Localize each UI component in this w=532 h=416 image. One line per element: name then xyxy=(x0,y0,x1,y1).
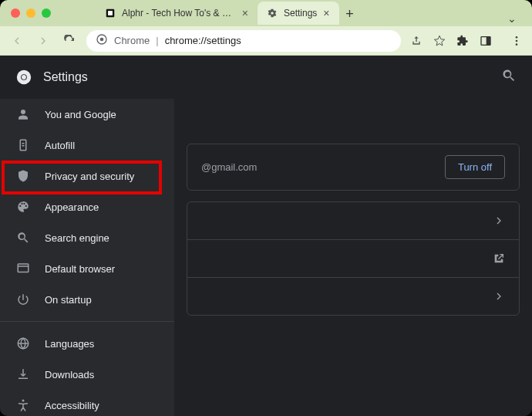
accessibility-icon xyxy=(15,397,31,413)
chrome-logo-icon xyxy=(15,69,32,86)
toolbar-actions xyxy=(409,33,524,49)
forward-button[interactable] xyxy=(34,32,52,50)
chevron-right-icon xyxy=(493,215,505,227)
extensions-icon[interactable] xyxy=(455,33,470,49)
sidebar-item-default-browser[interactable]: Default browser xyxy=(0,253,174,284)
url-scheme: Chrome xyxy=(114,35,150,46)
svg-point-6 xyxy=(516,36,518,39)
sidebar-item-label: Languages xyxy=(45,338,94,350)
power-icon xyxy=(15,292,31,307)
account-email: @gmail.com xyxy=(201,161,433,173)
close-window-icon[interactable] xyxy=(11,8,20,18)
sidebar-item-privacy[interactable]: Privacy and security xyxy=(0,161,174,191)
sidebar-item-autofill[interactable]: Autofill xyxy=(0,130,174,161)
share-icon[interactable] xyxy=(409,33,424,49)
browser-icon xyxy=(15,261,31,276)
open-external-icon xyxy=(493,252,505,265)
sidebar-item-label: Search engine xyxy=(45,232,109,244)
sidebar-item-label: You and Google xyxy=(45,109,116,120)
sidebar-separator xyxy=(0,321,174,322)
chrome-product-icon xyxy=(96,33,108,48)
settings-sidebar[interactable]: You and Google Autofill Privacy and secu… xyxy=(0,99,174,416)
svg-rect-1 xyxy=(108,11,113,15)
download-icon xyxy=(15,367,31,382)
bookmark-star-icon[interactable] xyxy=(432,33,447,49)
sidebar-item-appearance[interactable]: Appearance xyxy=(0,191,174,222)
close-tab-icon[interactable]: × xyxy=(323,7,329,19)
svg-point-3 xyxy=(100,38,104,42)
sidebar-item-label: Default browser xyxy=(45,263,115,275)
clipboard-icon xyxy=(15,137,31,153)
svg-point-15 xyxy=(22,400,25,402)
browser-tab-settings[interactable]: Settings × xyxy=(258,2,339,25)
sidebar-item-accessibility[interactable]: Accessibility xyxy=(0,390,174,416)
app-body: You and Google Autofill Privacy and secu… xyxy=(0,99,532,416)
sidebar-item-search-engine[interactable]: Search engine xyxy=(0,222,174,253)
address-bar[interactable]: Chrome | chrome://settings xyxy=(86,30,401,52)
person-icon xyxy=(15,107,31,122)
tab-title: Alphr - Tech How To's & Guides xyxy=(122,8,236,19)
sidebar-item-label: Downloads xyxy=(45,369,94,380)
tab-title: Settings xyxy=(284,8,317,19)
svg-rect-5 xyxy=(487,36,490,45)
shield-icon xyxy=(15,168,31,184)
tab-favicon xyxy=(105,8,116,19)
sidebar-item-label: Appearance xyxy=(45,201,99,213)
minimize-window-icon[interactable] xyxy=(26,8,35,18)
palette-icon xyxy=(15,199,31,215)
sidebar-item-on-startup[interactable]: On startup xyxy=(0,284,174,315)
browser-tab-alphr[interactable]: Alphr - Tech How To's & Guides × xyxy=(96,2,258,25)
settings-app: Settings You and Google Autofill Privacy… xyxy=(0,56,532,416)
side-panel-icon[interactable] xyxy=(478,33,493,49)
settings-main[interactable]: @gmail.com Turn off xyxy=(174,99,532,416)
new-tab-button[interactable]: + xyxy=(339,3,361,25)
kebab-menu-icon[interactable] xyxy=(509,33,524,49)
tab-strip: Alphr - Tech How To's & Guides × Setting… xyxy=(96,2,521,25)
svg-rect-12 xyxy=(18,264,29,272)
sidebar-item-downloads[interactable]: Downloads xyxy=(0,359,174,390)
settings-row[interactable] xyxy=(187,202,519,240)
sidebar-item-languages[interactable]: Languages xyxy=(0,328,174,359)
svg-point-11 xyxy=(22,75,26,79)
search-icon xyxy=(15,230,31,245)
svg-point-8 xyxy=(516,43,518,46)
window-chrome: Alphr - Tech How To's & Guides × Setting… xyxy=(0,0,532,56)
sidebar-item-label: On startup xyxy=(45,294,92,306)
settings-row[interactable] xyxy=(187,278,519,315)
close-tab-icon[interactable]: × xyxy=(242,7,248,19)
gear-icon xyxy=(267,8,278,19)
titlebar: Alphr - Tech How To's & Guides × Setting… xyxy=(0,0,532,26)
fullscreen-window-icon[interactable] xyxy=(42,8,51,18)
browser-toolbar: Chrome | chrome://settings xyxy=(0,26,532,56)
chevron-right-icon xyxy=(493,290,505,303)
settings-row[interactable] xyxy=(187,240,519,278)
sidebar-item-label: Accessibility xyxy=(45,400,99,411)
reload-button[interactable] xyxy=(60,32,79,50)
sidebar-item-label: Privacy and security xyxy=(45,171,134,182)
tab-overflow-icon[interactable]: ⌄ xyxy=(507,12,517,25)
app-title: Settings xyxy=(43,70,501,84)
traffic-lights[interactable] xyxy=(11,8,51,18)
sync-card: @gmail.com Turn off xyxy=(187,144,520,191)
sidebar-item-you-and-google[interactable]: You and Google xyxy=(0,99,174,130)
sidebar-item-label: Autofill xyxy=(45,140,75,151)
url-divider: | xyxy=(156,35,158,46)
back-button[interactable] xyxy=(8,32,26,50)
svg-point-7 xyxy=(516,39,518,42)
turn-off-button[interactable]: Turn off xyxy=(445,155,505,179)
search-icon[interactable] xyxy=(501,68,517,86)
app-header: Settings xyxy=(0,56,532,99)
globe-icon xyxy=(15,336,31,351)
url-text: chrome://settings xyxy=(165,35,241,46)
settings-rows xyxy=(187,201,520,316)
